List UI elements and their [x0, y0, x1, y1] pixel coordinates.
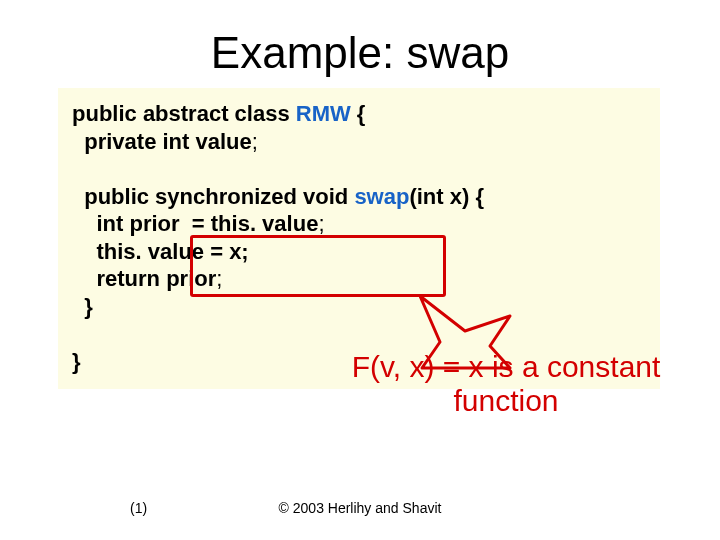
code-text: int — [72, 211, 129, 236]
code-text: private int — [72, 129, 195, 154]
code-text: = this. — [180, 211, 263, 236]
code-block: public abstract class RMW { private int … — [72, 100, 650, 375]
code-field: value — [195, 129, 251, 154]
code-field: value — [262, 211, 318, 236]
code-text: } — [72, 349, 81, 374]
code-blank — [72, 156, 78, 181]
code-var: prior — [129, 211, 179, 236]
code-text: public abstract class — [72, 101, 296, 126]
code-text: this. — [72, 239, 148, 264]
copyright-text: © 2003 Herlihy and Shavit — [0, 500, 720, 516]
code-var: prior — [166, 266, 216, 291]
code-text: return — [72, 266, 166, 291]
code-text: = x; — [204, 239, 249, 264]
code-text: ; — [252, 129, 258, 154]
code-text: (int x) { — [409, 184, 484, 209]
code-method-name: swap — [354, 184, 409, 209]
code-field: value — [148, 239, 204, 264]
code-text: } — [72, 294, 93, 319]
slide-title: Example: swap — [0, 0, 720, 88]
code-box: public abstract class RMW { private int … — [58, 88, 660, 389]
code-text: ; — [318, 211, 324, 236]
code-text: ; — [216, 266, 222, 291]
code-blank — [72, 321, 78, 346]
code-class-name: RMW — [296, 101, 351, 126]
code-text: public synchronized void — [72, 184, 354, 209]
code-text: { — [351, 101, 366, 126]
